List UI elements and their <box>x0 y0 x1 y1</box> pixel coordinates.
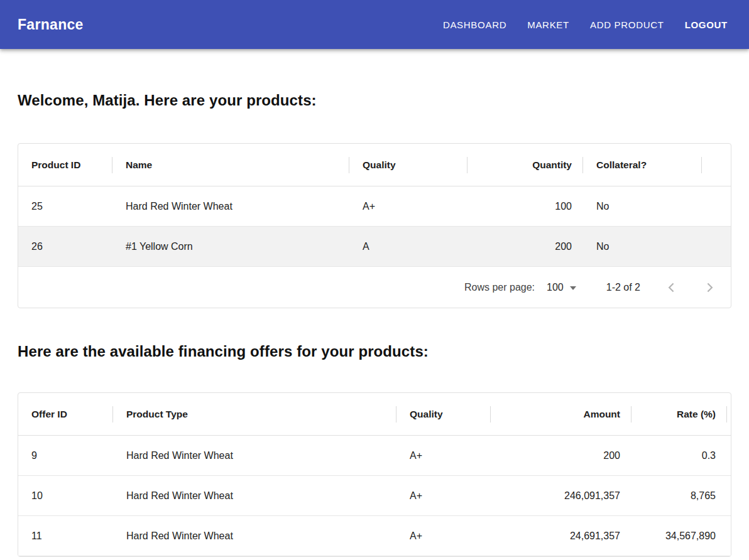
cell-product-type: Hard Red Winter Wheat <box>113 476 396 515</box>
cell-quality: A+ <box>349 186 467 226</box>
column-header-name[interactable]: Name <box>112 144 349 186</box>
cell-quality: A+ <box>396 436 491 475</box>
brand-logo[interactable]: Farnance <box>18 16 84 33</box>
next-page-button[interactable] <box>697 275 722 300</box>
pagination-range: 1-2 of 2 <box>606 282 640 293</box>
cell-rate: 0.3 <box>631 436 727 475</box>
cell-rate: 8,765 <box>631 476 727 515</box>
rows-per-page-value: 100 <box>547 282 564 293</box>
cell-quantity: 200 <box>467 227 583 266</box>
cell-name: #1 Yellow Corn <box>112 227 349 266</box>
nav-logout[interactable]: LOGOUT <box>685 19 728 30</box>
cell-product-type: Hard Red Winter Wheat <box>113 516 396 556</box>
column-header-collateral[interactable]: Collateral? <box>583 144 702 186</box>
table-row[interactable]: 11 Hard Red Winter Wheat A+ 24,691,357 3… <box>18 516 731 556</box>
cell-collateral: No <box>583 186 702 226</box>
cell-quality: A+ <box>396 476 491 515</box>
cell-offer-id: 11 <box>18 516 113 556</box>
nav-dashboard[interactable]: DASHBOARD <box>443 19 506 30</box>
cell-offer-id: 9 <box>18 436 113 475</box>
offers-table-header: Offer ID Product Type Quality Amount Rat… <box>18 393 731 436</box>
column-header-quality[interactable]: Quality <box>349 144 467 186</box>
cell-product-type: Hard Red Winter Wheat <box>113 436 396 475</box>
table-row[interactable]: 10 Hard Red Winter Wheat A+ 246,091,357 … <box>18 476 731 516</box>
column-header-product-id[interactable]: Product ID <box>18 144 112 186</box>
cell-quality: A+ <box>396 516 491 556</box>
column-header-rate[interactable]: Rate (%) <box>631 393 727 435</box>
cell-quality: A <box>349 227 467 266</box>
cell-amount: 200 <box>491 436 631 475</box>
welcome-heading: Welcome, Matija. Here are your products: <box>18 92 731 109</box>
chevron-down-icon <box>570 286 576 290</box>
cell-product-id: 25 <box>18 186 112 226</box>
table-pagination: Rows per page: 100 1-2 of 2 <box>18 267 731 308</box>
cell-collateral: No <box>583 227 702 266</box>
offers-heading: Here are the available financing offers … <box>18 343 731 360</box>
cell-name: Hard Red Winter Wheat <box>112 186 349 226</box>
column-header-amount[interactable]: Amount <box>491 393 631 435</box>
app-bar: Farnance DASHBOARD MARKET ADD PRODUCT LO… <box>0 0 749 49</box>
offers-table: Offer ID Product Type Quality Amount Rat… <box>18 392 731 557</box>
column-header-product-type[interactable]: Product Type <box>113 393 396 435</box>
rows-per-page-label: Rows per page: <box>464 282 535 293</box>
products-table-header: Product ID Name Quality Quantity Collate… <box>18 144 731 186</box>
cell-quantity: 100 <box>467 186 583 226</box>
previous-page-button[interactable] <box>659 275 684 300</box>
cell-offer-id: 10 <box>18 476 113 515</box>
main-nav: DASHBOARD MARKET ADD PRODUCT LOGOUT <box>443 19 728 30</box>
column-header-filler <box>702 144 731 186</box>
chevron-right-icon <box>701 279 718 296</box>
page-content: Welcome, Matija. Here are your products:… <box>0 92 749 557</box>
rows-per-page-select[interactable]: 100 <box>547 282 576 293</box>
nav-market[interactable]: MARKET <box>527 19 569 30</box>
column-header-quantity[interactable]: Quantity <box>467 144 583 186</box>
table-row[interactable]: 25 Hard Red Winter Wheat A+ 100 No <box>18 186 731 227</box>
cell-product-id: 26 <box>18 227 112 266</box>
table-row[interactable]: 26 #1 Yellow Corn A 200 No <box>18 227 731 267</box>
cell-amount: 246,091,357 <box>491 476 631 515</box>
column-header-quality[interactable]: Quality <box>396 393 491 435</box>
chevron-left-icon <box>664 279 680 296</box>
column-header-filler <box>727 393 740 435</box>
cell-rate: 34,567,890 <box>631 516 727 556</box>
nav-add-product[interactable]: ADD PRODUCT <box>590 19 664 30</box>
column-header-offer-id[interactable]: Offer ID <box>18 393 113 435</box>
table-row[interactable]: 9 Hard Red Winter Wheat A+ 200 0.3 <box>18 436 731 476</box>
cell-amount: 24,691,357 <box>491 516 631 556</box>
products-table: Product ID Name Quality Quantity Collate… <box>18 143 731 308</box>
